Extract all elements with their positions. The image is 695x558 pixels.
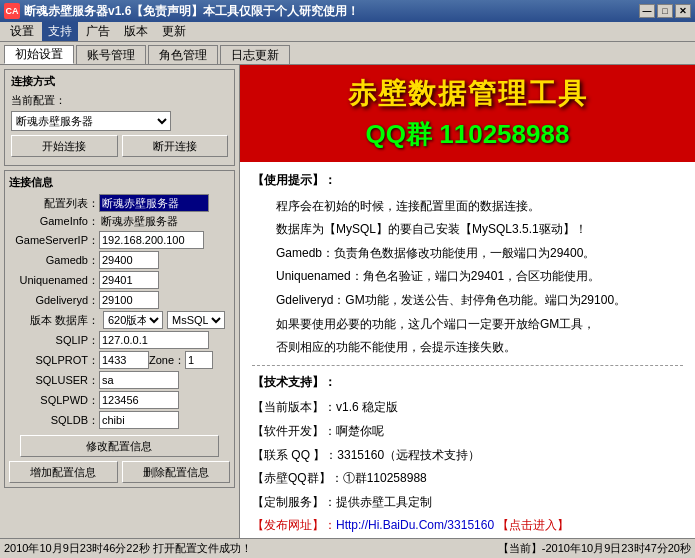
support-4: 【赤壁QQ群】：①群110258988	[252, 468, 683, 490]
website-link[interactable]: Http://Hi.BaiDu.Com/3315160	[336, 518, 494, 532]
sqluser-input[interactable]	[99, 371, 179, 389]
gameserverip-input[interactable]	[99, 231, 204, 249]
sqluser-row: SQLUSER：	[9, 371, 230, 389]
tab-account-mgmt[interactable]: 账号管理	[76, 45, 146, 64]
config-action-buttons: 增加配置信息 删除配置信息	[9, 461, 230, 483]
config-list-row: 配置列表：	[9, 194, 230, 212]
zone-input[interactable]	[185, 351, 213, 369]
status-right: 【当前】-2010年10月9日23时47分20秒	[498, 541, 691, 556]
tool-title: 赤壁数据管理工具	[260, 75, 675, 113]
sqldb-label: SQLDB：	[9, 413, 99, 428]
gameinfo-row: GameInfo： 断魂赤壁服务器	[9, 214, 230, 229]
gameinfo-label: GameInfo：	[9, 214, 99, 229]
maximize-button[interactable]: □	[657, 4, 673, 18]
gameinfo-value: 断魂赤壁服务器	[99, 214, 230, 229]
sqlpwd-label: SQLPWD：	[9, 393, 99, 408]
tab-role-mgmt[interactable]: 角色管理	[148, 45, 218, 64]
gameserverip-row: GameServerIP：	[9, 231, 230, 249]
delete-config-button[interactable]: 删除配置信息	[122, 461, 231, 483]
gdeliveryd-input[interactable]	[99, 291, 159, 309]
config-list-input[interactable]	[99, 194, 209, 212]
sqlpwd-input[interactable]	[99, 391, 179, 409]
uniquenamed-input[interactable]	[99, 271, 159, 289]
tab-init-settings[interactable]: 初始设置	[4, 45, 74, 64]
left-panel: 连接方式 当前配置： 断魂赤壁服务器 开始连接 断开连接 连接信息 配置列表：	[0, 65, 240, 538]
tab-log-update[interactable]: 日志更新	[220, 45, 290, 64]
version-select[interactable]: 620版本	[103, 311, 163, 329]
gdeliveryd-row: Gdeliveryd：	[9, 291, 230, 309]
status-bar: 2010年10月9日23时46分22秒 打开配置文件成功！ 【当前】-2010年…	[0, 538, 695, 558]
tip-7: 否则相应的功能不能使用，会提示连接失败。	[252, 337, 683, 359]
info-section: 连接信息 配置列表： GameInfo： 断魂赤壁服务器 GameServerI…	[4, 170, 235, 488]
right-panel: 赤壁数据管理工具 QQ群 110258988 【使用提示】： 程序会在初始的时候…	[240, 65, 695, 538]
tip-4: Uniquenamed：角色名验证，端口为29401，合区功能使用。	[252, 266, 683, 288]
add-config-button[interactable]: 增加配置信息	[9, 461, 118, 483]
menu-update[interactable]: 更新	[156, 22, 192, 41]
support-5: 【定制服务】：提供赤壁工具定制	[252, 492, 683, 514]
start-connect-button[interactable]: 开始连接	[11, 135, 118, 157]
menu-support[interactable]: 支持	[42, 22, 78, 41]
status-left: 2010年10月9日23时46分22秒 打开配置文件成功！	[4, 541, 252, 556]
right-content: 【使用提示】： 程序会在初始的时候，连接配置里面的数据连接。 数据库为【MySQ…	[240, 162, 695, 538]
support-2: 【软件开发】：啊楚你呢	[252, 421, 683, 443]
gamedb-row: Gamedb：	[9, 251, 230, 269]
info-section-title: 连接信息	[9, 175, 230, 190]
title-bar: CA 断魂赤壁服务器v1.6【免责声明】本工具仅限于个人研究使用！ — □ ✕	[0, 0, 695, 22]
gamedb-input[interactable]	[99, 251, 159, 269]
sqlip-label: SQLIP：	[9, 333, 99, 348]
window-title: 断魂赤壁服务器v1.6【免责声明】本工具仅限于个人研究使用！	[24, 3, 359, 20]
menu-bar: 设置 支持 广告 版本 更新	[0, 22, 695, 42]
connection-section-title: 连接方式	[11, 74, 228, 89]
menu-version[interactable]: 版本	[118, 22, 154, 41]
qq-group: QQ群 110258988	[260, 117, 675, 152]
support-1: 【当前版本】：v1.6 稳定版	[252, 397, 683, 419]
close-button[interactable]: ✕	[675, 4, 691, 18]
sqlprot-label: SQLPROT：	[9, 353, 99, 368]
uniquenamed-label: Uniquenamed：	[9, 273, 99, 288]
sqluser-label: SQLUSER：	[9, 373, 99, 388]
sqlprot-row: SQLPROT： Zone：	[9, 351, 230, 369]
support-header: 【技术支持】：	[252, 372, 683, 394]
gdeliveryd-label: Gdeliveryd：	[9, 293, 99, 308]
sqldb-row: SQLDB：	[9, 411, 230, 429]
config-dropdown-row: 断魂赤壁服务器	[11, 111, 228, 131]
tab-bar: 初始设置 账号管理 角色管理 日志更新	[0, 42, 695, 64]
sqlprot-input[interactable]	[99, 351, 149, 369]
sqlip-input[interactable]	[99, 331, 209, 349]
minimize-button[interactable]: —	[639, 4, 655, 18]
menu-ads[interactable]: 广告	[80, 22, 116, 41]
tip-5: Gdeliveryd：GM功能，发送公告、封停角色功能。端口为29100。	[252, 290, 683, 312]
version-db-row: 版本 数据库： 620版本 MsSQL库	[9, 311, 230, 329]
gamedb-label: Gamedb：	[9, 253, 99, 268]
sqlpwd-row: SQLPWD：	[9, 391, 230, 409]
support-3: 【联系 QQ 】：3315160（远程技术支持）	[252, 445, 683, 467]
disconnect-button[interactable]: 断开连接	[122, 135, 229, 157]
tip-6: 如果要使用必要的功能，这几个端口一定要开放给GM工具，	[252, 314, 683, 336]
divider	[252, 365, 683, 366]
gameserverip-label: GameServerIP：	[9, 233, 99, 248]
tips-header: 【使用提示】：	[252, 170, 683, 192]
tip-2: 数据库为【MySQL】的要自己安装【MySQL3.5.1驱动】！	[252, 219, 683, 241]
config-list-label: 配置列表：	[9, 196, 99, 211]
main-content: 连接方式 当前配置： 断魂赤壁服务器 开始连接 断开连接 连接信息 配置列表：	[0, 64, 695, 538]
support-6: 【发布网址】：Http://Hi.BaiDu.Com/3315160 【点击进入…	[252, 515, 683, 537]
connect-buttons: 开始连接 断开连接	[11, 135, 228, 157]
current-config-label: 当前配置：	[11, 93, 66, 108]
right-header: 赤壁数据管理工具 QQ群 110258988	[240, 65, 695, 162]
tip-3: Gamedb：负责角色数据修改功能使用，一般端口为29400。	[252, 243, 683, 265]
sqlip-row: SQLIP：	[9, 331, 230, 349]
config-select[interactable]: 断魂赤壁服务器	[11, 111, 171, 131]
app-icon: CA	[4, 3, 20, 19]
menu-settings[interactable]: 设置	[4, 22, 40, 41]
zone-label: Zone：	[149, 353, 185, 368]
modify-config-button[interactable]: 修改配置信息	[20, 435, 219, 457]
connection-section: 连接方式 当前配置： 断魂赤壁服务器 开始连接 断开连接	[4, 69, 235, 166]
sqldb-input[interactable]	[99, 411, 179, 429]
window-controls: — □ ✕	[639, 4, 691, 18]
dbtype-select[interactable]: MsSQL库	[167, 311, 225, 329]
current-config-row: 当前配置：	[11, 93, 228, 108]
version-label: 版本 数据库：	[9, 313, 99, 328]
uniquenamed-row: Uniquenamed：	[9, 271, 230, 289]
tip-1: 程序会在初始的时候，连接配置里面的数据连接。	[252, 196, 683, 218]
